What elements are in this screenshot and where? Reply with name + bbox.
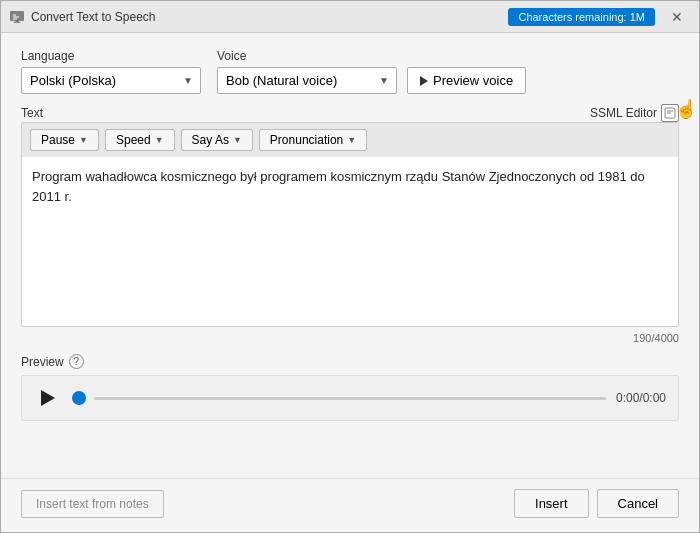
close-button[interactable]: ✕	[663, 3, 691, 31]
pronunciation-label: Pronunciation	[270, 133, 343, 147]
title-bar: Convert Text to Speech Characters remain…	[1, 1, 699, 33]
text-input[interactable]	[21, 157, 679, 327]
say-as-label: Say As	[192, 133, 229, 147]
speed-arrow-icon: ▼	[155, 135, 164, 145]
text-toolbar: Pause ▼ Speed ▼ Say As ▼ Pronunciation ▼	[21, 122, 679, 157]
progress-container	[72, 391, 606, 405]
footer: Insert text from notes Insert Cancel	[1, 478, 699, 532]
char-count: 190/4000	[21, 332, 679, 344]
progress-track[interactable]	[94, 397, 606, 400]
say-as-button[interactable]: Say As ▼	[181, 129, 253, 151]
preview-voice-button[interactable]: Preview voice	[407, 67, 526, 94]
insert-notes-button[interactable]: Insert text from notes	[21, 490, 164, 518]
footer-buttons: Insert Cancel	[514, 489, 679, 518]
language-label: Language	[21, 49, 201, 63]
main-content: Language Polski (Polska) ▼ Voice Bob (Na…	[1, 33, 699, 478]
say-as-arrow-icon: ▼	[233, 135, 242, 145]
speed-button[interactable]: Speed ▼	[105, 129, 175, 151]
voice-label: Voice	[217, 49, 526, 63]
lang-voice-row: Language Polski (Polska) ▼ Voice Bob (Na…	[21, 49, 679, 94]
voice-select-wrapper: Bob (Natural voice) ▼	[217, 67, 397, 94]
language-select[interactable]: Polski (Polska)	[21, 67, 201, 94]
text-section: Text SSML Editor ☝ Pause	[21, 104, 679, 344]
play-triangle-icon	[420, 76, 428, 86]
progress-dot[interactable]	[72, 391, 86, 405]
preview-label: Preview	[21, 355, 64, 369]
preview-voice-label: Preview voice	[433, 73, 513, 88]
speed-label: Speed	[116, 133, 151, 147]
window-title: Convert Text to Speech	[31, 10, 508, 24]
pronunciation-arrow-icon: ▼	[347, 135, 356, 145]
insert-button[interactable]: Insert	[514, 489, 589, 518]
text-area-wrapper	[21, 157, 679, 330]
text-header: Text SSML Editor ☝	[21, 104, 679, 122]
characters-badge: Characters remaining: 1M	[508, 8, 655, 26]
pause-button[interactable]: Pause ▼	[30, 129, 99, 151]
language-select-wrapper: Polski (Polska) ▼	[21, 67, 201, 94]
pause-arrow-icon: ▼	[79, 135, 88, 145]
ssml-icon	[661, 104, 679, 122]
voice-select[interactable]: Bob (Natural voice)	[217, 67, 397, 94]
pronunciation-button[interactable]: Pronunciation ▼	[259, 129, 367, 151]
preview-label-row: Preview ?	[21, 354, 679, 369]
voice-row: Bob (Natural voice) ▼ Preview voice	[217, 67, 526, 94]
app-icon	[9, 9, 25, 25]
time-display: 0:00/0:00	[616, 391, 666, 405]
main-window: Convert Text to Speech Characters remain…	[0, 0, 700, 533]
text-label: Text	[21, 106, 43, 120]
play-icon	[41, 390, 55, 406]
help-icon[interactable]: ?	[69, 354, 84, 369]
preview-section: Preview ? 0:00/0:00	[21, 354, 679, 421]
play-button[interactable]	[34, 384, 62, 412]
ssml-editor-button[interactable]: SSML Editor ☝	[590, 104, 679, 122]
language-field: Language Polski (Polska) ▼	[21, 49, 201, 94]
audio-player: 0:00/0:00	[21, 375, 679, 421]
voice-field: Voice Bob (Natural voice) ▼ Preview voic…	[217, 49, 526, 94]
pause-label: Pause	[41, 133, 75, 147]
cancel-button[interactable]: Cancel	[597, 489, 679, 518]
ssml-editor-label: SSML Editor	[590, 106, 657, 120]
